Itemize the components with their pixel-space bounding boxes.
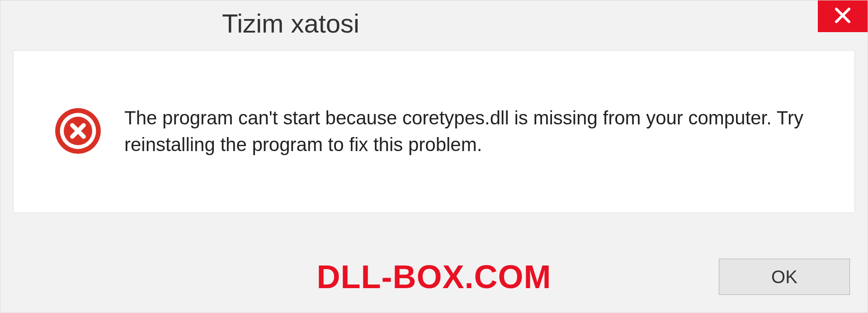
close-button[interactable] — [818, 0, 868, 32]
ok-button[interactable]: OK — [719, 259, 850, 295]
watermark-text: DLL-BOX.COM — [317, 258, 552, 295]
title-bar: Tizim xatosi — [0, 0, 868, 46]
error-dialog: Tizim xatosi The program can't start bec… — [0, 0, 868, 313]
close-icon — [834, 6, 852, 26]
error-icon — [54, 107, 102, 156]
message-panel: The program can't start because coretype… — [13, 50, 855, 213]
ok-button-label: OK — [771, 267, 797, 287]
dialog-title: Tizim xatosi — [222, 8, 359, 38]
error-message: The program can't start because coretype… — [124, 105, 836, 158]
dialog-footer: DLL-BOX.COM OK — [0, 250, 868, 304]
